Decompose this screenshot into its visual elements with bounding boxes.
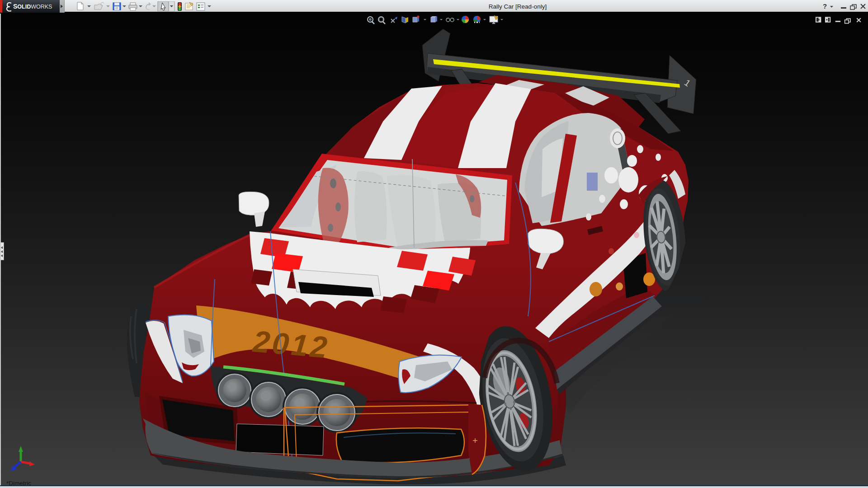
svg-text:?: ? [823, 2, 827, 10]
svg-text:2012: 2012 [251, 324, 331, 365]
svg-text:SOLIDWORKS: SOLIDWORKS [13, 3, 52, 10]
